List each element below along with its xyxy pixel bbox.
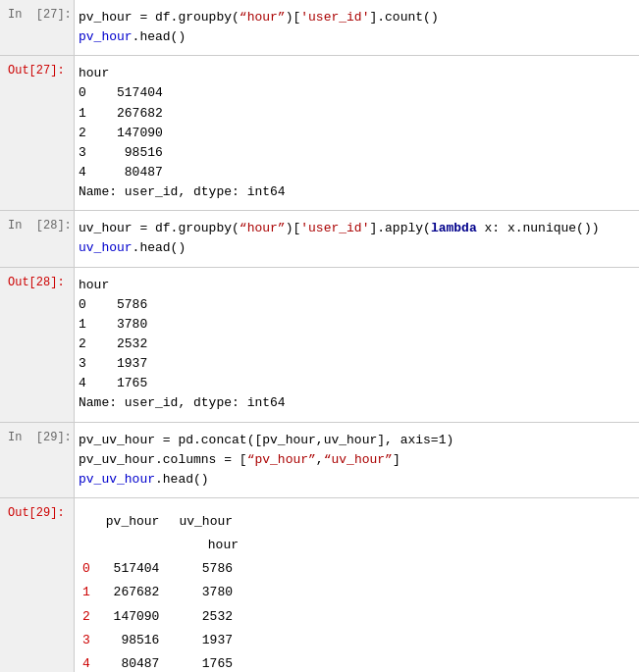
cell-label-out-28: Out[28]: [0, 268, 74, 422]
cell-label-in-27: In [27]: [0, 0, 74, 55]
cell-output-29: pv_hour uv_hour hour 0 517404 5786 1 [74, 498, 639, 672]
table-row: 3 98516 1937 [79, 629, 242, 652]
cell-output-27: hour 0 517404 1 267682 2 147090 3 98516 … [74, 56, 639, 210]
cell-code-29: pv_uv_hour = pd.concat([pv_hour,uv_hour]… [74, 423, 639, 497]
table-row-index: 4 [79, 652, 102, 672]
table-cell-pv: 517404 [102, 557, 176, 581]
table-cell-uv: 1765 [175, 652, 242, 672]
cell-label-in-29: In [29]: [0, 423, 74, 497]
cell-in-28: In [28]: uv_hour = df.groupby(“hour”)['u… [0, 211, 639, 267]
cell-output-28: hour 0 5786 1 3780 2 2532 3 1937 4 1765 … [74, 268, 639, 422]
table-row-index: 0 [79, 557, 102, 581]
table-cell-uv: 3780 [175, 581, 242, 604]
cell-label-in-28: In [28]: [0, 211, 74, 266]
cell-out-29: Out[29]: pv_hour uv_hour hour 0 5 [0, 498, 639, 672]
table-cell-uv: 1937 [175, 629, 242, 652]
table-row-index: 3 [79, 629, 102, 652]
table-row: 4 80487 1765 [79, 652, 242, 672]
table-index-label-row: hour [79, 534, 242, 557]
table-row: 2 147090 2532 [79, 605, 242, 629]
output-table-29: pv_hour uv_hour hour 0 517404 5786 1 [79, 510, 242, 672]
cell-in-29: In [29]: pv_uv_hour = pd.concat([pv_hour… [0, 423, 639, 498]
cell-code-28: uv_hour = df.groupby(“hour”)['user_id'].… [74, 211, 639, 266]
table-col-pv_hour: pv_hour [102, 510, 176, 534]
cell-label-out-27: Out[27]: [0, 56, 74, 210]
table-row-index: 2 [79, 605, 102, 629]
cell-label-out-29: Out[29]: [0, 498, 74, 672]
notebook: In [27]: pv_hour = df.groupby(“hour”)['u… [0, 0, 639, 672]
table-cell-pv: 147090 [102, 605, 176, 629]
cell-out-28: Out[28]: hour 0 5786 1 3780 2 2532 3 193… [0, 268, 639, 423]
table-row: 1 267682 3780 [79, 581, 242, 604]
table-row-index: 1 [79, 581, 102, 604]
table-cell-pv: 80487 [102, 652, 176, 672]
cell-code-27: pv_hour = df.groupby(“hour”)['user_id'].… [74, 0, 639, 55]
table-cell-uv: 2532 [175, 605, 242, 629]
table-cell-pv: 98516 [102, 629, 176, 652]
table-row: 0 517404 5786 [79, 557, 242, 581]
cell-in-27: In [27]: pv_hour = df.groupby(“hour”)['u… [0, 0, 639, 56]
cell-out-27: Out[27]: hour 0 517404 1 267682 2 147090… [0, 56, 639, 211]
table-index-header [79, 510, 102, 534]
table-cell-uv: 5786 [175, 557, 242, 581]
table-cell-pv: 267682 [102, 581, 176, 604]
table-col-uv_hour: uv_hour [175, 510, 242, 534]
